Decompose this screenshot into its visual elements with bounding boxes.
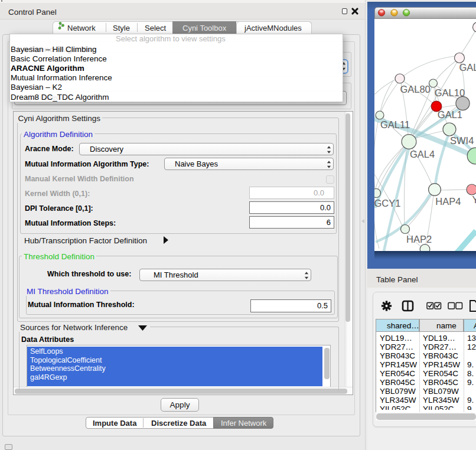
svg-text:GAL80: GAL80 [400, 84, 430, 94]
svg-text:HAP2: HAP2 [406, 234, 432, 244]
svg-text:HAP4: HAP4 [435, 196, 461, 207]
svg-text:GAL1: GAL1 [438, 109, 462, 120]
svg-text:GAL7: GAL7 [459, 62, 476, 73]
svg-text:GAL4: GAL4 [410, 149, 435, 159]
svg-text:YJ: YJ [472, 194, 476, 205]
svg-text:GAL11: GAL11 [380, 119, 410, 130]
svg-text:SWI4: SWI4 [450, 135, 474, 146]
svg-text:GAL10: GAL10 [435, 87, 465, 98]
svg-text:GCY1: GCY1 [374, 198, 400, 208]
